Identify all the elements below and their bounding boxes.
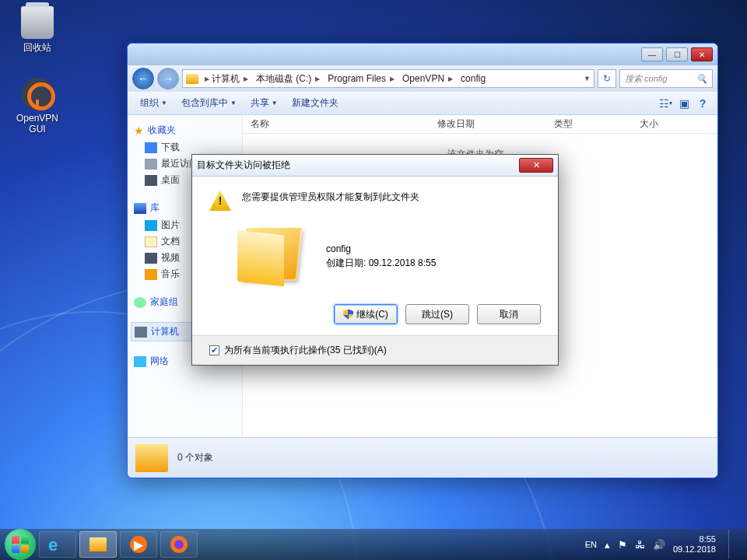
folder-icon — [237, 222, 312, 290]
taskbar-ie[interactable]: e — [39, 531, 76, 558]
desktop-icon-openvpn[interactable]: OpenVPN GUI — [9, 78, 65, 135]
back-button[interactable]: ← — [132, 68, 154, 89]
openvpn-icon — [21, 78, 54, 110]
download-icon — [145, 142, 157, 153]
apply-all-label[interactable]: 为所有当前项执行此操作(35 已找到)(A) — [224, 344, 387, 357]
taskbar-media-player[interactable]: ▶ — [120, 531, 157, 558]
breadcrumb: Program Files▶ — [324, 73, 398, 84]
dialog-close-button[interactable]: ✕ — [519, 158, 553, 173]
address-bar[interactable]: ▶计算机▶ 本地磁盘 (C:)▶ Program Files▶ OpenVPN▶… — [182, 69, 594, 88]
minimize-button[interactable]: — — [641, 47, 663, 61]
libraries-icon — [134, 203, 146, 214]
language-indicator[interactable]: EN — [585, 540, 597, 549]
videos-icon — [145, 253, 157, 264]
dialog-folder-name: config — [326, 242, 436, 256]
taskbar-firefox[interactable] — [160, 531, 198, 558]
music-icon — [145, 269, 157, 280]
taskbar-explorer[interactable] — [79, 531, 117, 558]
new-folder-button[interactable]: 新建文件夹 — [286, 94, 345, 112]
network-icon — [134, 356, 146, 367]
cancel-button[interactable]: 取消 — [477, 304, 541, 324]
desktop-icon-recycle-bin[interactable]: 回收站 — [9, 6, 65, 54]
system-tray: EN ▴ ⚑ 🖧 🔊 8:55 09.12.2018 — [585, 530, 742, 559]
share-menu[interactable]: 共享▼ — [244, 94, 284, 112]
network-icon[interactable]: 🖧 — [635, 539, 645, 551]
dialog-message: 您需要提供管理员权限才能复制到此文件夹 — [242, 191, 419, 211]
search-icon: 🔍 — [696, 74, 707, 84]
status-bar: 0 个对象 — [128, 437, 717, 478]
include-library-menu[interactable]: 包含到库中▼ — [175, 94, 243, 112]
breadcrumb: OpenVPN▶ — [399, 73, 456, 84]
nav-bar: ← → ▶计算机▶ 本地磁盘 (C:)▶ Program Files▶ Open… — [128, 65, 717, 92]
show-desktop-button[interactable] — [728, 530, 738, 559]
start-button[interactable] — [5, 529, 36, 560]
access-denied-dialog: 目标文件夹访问被拒绝 ✕ 您需要提供管理员权限才能复制到此文件夹 config … — [191, 154, 559, 366]
pictures-icon — [145, 220, 157, 231]
search-placeholder: 搜索 config — [625, 73, 667, 85]
continue-button[interactable]: 继续(C) — [334, 304, 398, 324]
computer-icon — [135, 327, 147, 338]
folder-icon — [186, 74, 198, 84]
desktop-icon — [145, 175, 157, 186]
refresh-button[interactable]: ↻ — [598, 69, 616, 88]
skip-button[interactable]: 跳过(S) — [405, 304, 469, 324]
close-button[interactable]: ✕ — [691, 47, 713, 61]
forward-button[interactable]: → — [157, 68, 179, 89]
folder-icon — [89, 537, 107, 551]
col-type[interactable]: 类型 — [546, 117, 632, 131]
col-name[interactable]: 名称 — [243, 117, 430, 131]
search-input[interactable]: 搜索 config 🔍 — [619, 69, 713, 88]
star-icon: ★ — [134, 124, 144, 137]
dialog-created-date: 创建日期: 09.12.2018 8:55 — [326, 256, 436, 270]
breadcrumb: ▶计算机▶ — [200, 72, 251, 86]
window-titlebar[interactable]: — ☐ ✕ — [128, 44, 717, 65]
dialog-titlebar[interactable]: 目标文件夹访问被拒绝 ✕ — [192, 155, 558, 177]
organize-menu[interactable]: 组织▼ — [134, 94, 174, 112]
apply-all-checkbox[interactable]: ✔ — [209, 345, 219, 355]
dialog-title: 目标文件夹访问被拒绝 — [197, 159, 519, 172]
desktop-icon-label: 回收站 — [9, 41, 65, 54]
taskbar: e ▶ EN ▴ ⚑ 🖧 🔊 8:55 09.12.2018 — [0, 529, 747, 560]
toolbar: 组织▼ 包含到库中▼ 共享▼ 新建文件夹 ☷▾ ▣ ? — [128, 92, 717, 115]
col-size[interactable]: 大小 — [632, 117, 717, 131]
maximize-button[interactable]: ☐ — [666, 47, 688, 61]
sidebar-item-downloads[interactable]: 下载 — [131, 139, 239, 156]
recycle-bin-icon — [21, 6, 54, 39]
view-options-button[interactable]: ☷▾ — [657, 95, 674, 112]
documents-icon — [145, 236, 157, 247]
volume-icon[interactable]: 🔊 — [653, 539, 665, 551]
warning-icon — [209, 191, 231, 211]
col-modified[interactable]: 修改日期 — [430, 117, 546, 131]
status-text: 0 个对象 — [177, 451, 213, 464]
show-hidden-icon[interactable]: ▴ — [605, 539, 610, 551]
clock[interactable]: 8:55 09.12.2018 — [673, 534, 716, 555]
folder-icon — [135, 444, 168, 472]
desktop-icon-label: OpenVPN GUI — [9, 113, 65, 135]
breadcrumb: config — [458, 73, 489, 84]
column-headers[interactable]: 名称 修改日期 类型 大小 — [243, 115, 717, 134]
homegroup-icon — [134, 297, 146, 308]
preview-pane-button[interactable]: ▣ — [675, 95, 693, 112]
action-center-icon[interactable]: ⚑ — [618, 539, 627, 551]
shield-icon — [343, 310, 353, 320]
recent-icon — [145, 159, 157, 170]
sidebar-favorites[interactable]: ★收藏夹 — [131, 121, 239, 139]
help-button[interactable]: ? — [694, 95, 711, 112]
breadcrumb: 本地磁盘 (C:)▶ — [253, 72, 323, 86]
